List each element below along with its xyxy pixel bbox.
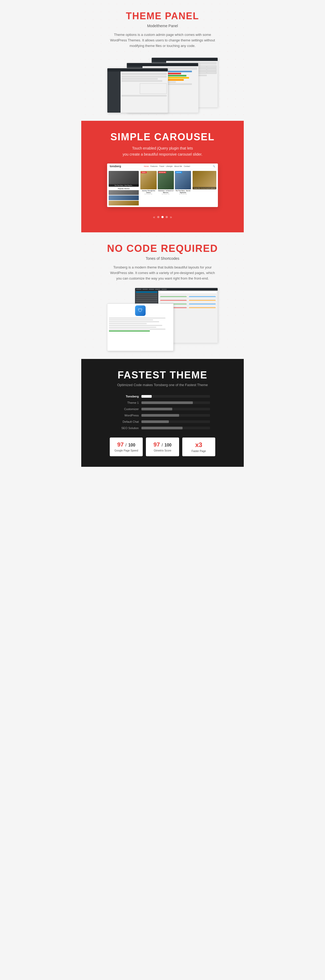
speed-bar-track bbox=[142, 408, 210, 410]
carousel-card-sahara: TRAVEL Journey Through the Sahara by Chr… bbox=[140, 171, 156, 205]
card-right-overlay: Genghis Khan: Journey through the highla… bbox=[193, 187, 216, 189]
wp-admin-bar bbox=[135, 288, 218, 291]
speed-bar-wordpress: WordPress bbox=[115, 414, 210, 417]
carousel-card-highlands: FEATURE The True Story - Sacred Highland… bbox=[175, 171, 191, 205]
score-slash-gtmetrix: / bbox=[162, 443, 164, 447]
carousel-dot-3[interactable] bbox=[166, 216, 168, 218]
nav-link-contact[interactable]: Contact bbox=[183, 165, 190, 167]
sidebar-item bbox=[136, 301, 158, 302]
card-right-text: Genghis Khan: Journey through the highla… bbox=[193, 188, 216, 189]
sidebar-item-active bbox=[136, 291, 158, 293]
carousel-prev-arrow[interactable]: « bbox=[153, 215, 155, 219]
shortcode-bar-green bbox=[160, 296, 187, 297]
speed-bar-label-wordpress: WordPress bbox=[115, 414, 142, 417]
shortcode-label bbox=[160, 299, 187, 300]
section-fastest: FASTEST THEME Optimized Code makes Tonsb… bbox=[81, 359, 244, 467]
speed-bar-fill-tonsberg bbox=[142, 395, 152, 398]
section-theme-panel: THEME PANEL Modeltheme Panel Theme optio… bbox=[81, 0, 244, 121]
card-image-sahara: TRAVEL bbox=[140, 171, 156, 189]
card-author-highlands: by Christian Star bbox=[175, 193, 191, 195]
speed-bar-defaultchat: Default Chat bbox=[115, 420, 210, 423]
shortcode-item bbox=[188, 298, 217, 301]
speed-bar-label-defaultchat: Default Chat bbox=[115, 420, 142, 423]
theme-panel-subtitle: Modeltheme Panel bbox=[86, 24, 239, 28]
carousel-nav-logo: tonsberg bbox=[110, 165, 121, 168]
card-author-sahara: by Christian Star bbox=[140, 193, 156, 195]
nav-link-travel[interactable]: Travel bbox=[159, 165, 164, 167]
speed-bars-container: Tonsberg Theme 1 Customizer WordPress De… bbox=[115, 395, 210, 430]
speed-bar-track bbox=[142, 395, 210, 398]
speed-bar-fill-seosolution bbox=[142, 427, 183, 430]
carousel-main-image: The True Story - Holy Ping Po... bbox=[109, 171, 139, 187]
nav-link-home[interactable]: Home bbox=[144, 165, 149, 167]
front-line bbox=[109, 319, 153, 320]
carousel-nav-bar: tonsberg Home Features Travel Lifestyle … bbox=[107, 164, 218, 169]
carousel-next-arrow[interactable]: » bbox=[170, 215, 172, 219]
speed-bar-track bbox=[142, 420, 210, 423]
card-badge-warriors: ADVENTURE bbox=[158, 172, 166, 173]
score-label-gtmetrix: Gtmetrix Score bbox=[148, 449, 176, 452]
wp-admin-bar-item bbox=[142, 289, 148, 290]
score-card-faster: x3 Faster Page bbox=[182, 438, 215, 456]
main-image-title: The True Story - Holy Ping Po... bbox=[110, 185, 138, 186]
carousel-cards: TRAVEL Journey Through the Sahara by Chr… bbox=[140, 171, 191, 205]
nocode-front-lines bbox=[109, 318, 172, 331]
mock-row bbox=[122, 76, 167, 78]
score-card-gtmetrix: 97 / 100 Gtmetrix Score bbox=[146, 438, 179, 456]
front-line bbox=[109, 318, 166, 318]
shortcode-label bbox=[160, 295, 187, 296]
speed-bar-track bbox=[142, 401, 210, 404]
sidebar-item bbox=[136, 295, 158, 296]
carousel-left-panel: The True Story - Holy Ping Po... Popular… bbox=[109, 171, 139, 205]
card-author-warriors: by Christian Star bbox=[158, 193, 174, 195]
carousel-dot-2[interactable] bbox=[161, 216, 164, 218]
front-line bbox=[109, 323, 147, 324]
wp-admin-bar-item bbox=[136, 289, 142, 290]
mock-admin-bar-front bbox=[107, 68, 168, 72]
speed-bar-fill-wordpress bbox=[142, 414, 179, 417]
carousel-content-area: The True Story - Holy Ping Po... Popular… bbox=[107, 169, 218, 207]
screenshot-front bbox=[107, 68, 168, 113]
score-x-faster: x3 bbox=[185, 441, 213, 449]
card-right-image: Genghis Khan: Journey through the highla… bbox=[193, 171, 216, 189]
shortcode-item bbox=[159, 298, 188, 301]
grid-cell bbox=[207, 65, 217, 68]
front-line bbox=[109, 325, 162, 326]
carousel-nav-links: Home Features Travel Lifestyle About Me … bbox=[144, 165, 190, 167]
shortcode-bar-blue bbox=[189, 296, 216, 297]
nocode-description: Tonsberg is a modern theme that builds b… bbox=[110, 265, 215, 281]
theme-panel-title: THEME PANEL bbox=[86, 11, 239, 22]
section-nocode: NO CODE REQUIRED Tones of Shortcodes Ton… bbox=[81, 232, 244, 359]
nocode-screenshots: 🛡 bbox=[107, 288, 218, 351]
mock-header-front bbox=[122, 73, 167, 75]
wp-admin-bar-item bbox=[161, 289, 167, 290]
nav-link-lifestyle[interactable]: Lifestyle bbox=[166, 165, 173, 167]
speed-bar-label-tonsberg: Tonsberg bbox=[115, 395, 142, 398]
score-label-pagespeed: Google Page Speed bbox=[112, 449, 140, 452]
carousel-dot-1[interactable] bbox=[157, 216, 159, 218]
carousel-description: Touch enabled jQuery plugin that lets yo… bbox=[86, 145, 239, 157]
nav-link-features[interactable]: Features bbox=[150, 165, 158, 167]
popular-item-1 bbox=[109, 190, 139, 195]
sidebar-item bbox=[136, 299, 158, 300]
shield-icon: 🛡 bbox=[135, 305, 146, 316]
carousel-search-icon[interactable]: 🔍 bbox=[213, 165, 215, 167]
speed-bar-label-seosolution: SEO Solution bbox=[115, 426, 142, 430]
card-badge-highlands: FEATURE bbox=[175, 172, 182, 173]
shortcode-label bbox=[189, 299, 216, 300]
fastest-subtitle: Optimized Code makes Tonsberg one of the… bbox=[86, 383, 239, 387]
grid-cell bbox=[207, 68, 217, 71]
nocode-title: NO CODE REQUIRED bbox=[86, 243, 239, 254]
front-line bbox=[109, 331, 150, 331]
speed-bar-fill-defaultchat bbox=[142, 420, 169, 423]
front-line bbox=[109, 327, 156, 328]
shortcode-item bbox=[188, 294, 217, 298]
mock-row bbox=[122, 95, 167, 97]
nav-link-about[interactable]: About Me bbox=[174, 165, 182, 167]
wp-admin-bar-item bbox=[149, 289, 154, 290]
score-card-pagespeed: 97 / 100 Google Page Speed bbox=[110, 438, 143, 456]
card-badge-sahara: TRAVEL bbox=[141, 172, 147, 173]
shortcode-item bbox=[188, 305, 217, 309]
carousel-title: SIMPLE CAROUSEL bbox=[86, 131, 239, 143]
card-image-warriors: ADVENTURE bbox=[158, 171, 174, 189]
